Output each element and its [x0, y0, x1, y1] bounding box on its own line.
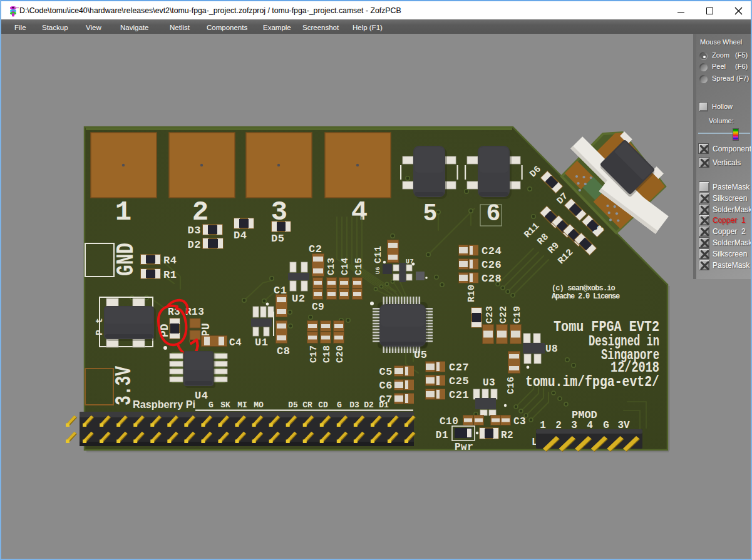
svg-text:P t: P t — [95, 317, 105, 335]
svg-text:C15: C15 — [354, 257, 364, 275]
svg-text:GND: GND — [113, 243, 140, 276]
svg-text:C13: C13 — [326, 257, 337, 275]
svg-text:U2: U2 — [292, 293, 305, 305]
svg-text:CR: CR — [302, 400, 312, 410]
svg-text:C17: C17 — [309, 345, 319, 363]
svg-text:C28: C28 — [482, 273, 502, 285]
svg-text:tomu.im/fpga-evt2/: tomu.im/fpga-evt2/ — [525, 374, 659, 390]
svg-text:R4: R4 — [163, 255, 177, 267]
svg-text:U3: U3 — [483, 377, 495, 389]
svg-text:C4: C4 — [229, 337, 242, 349]
svg-text:5: 5 — [423, 200, 438, 227]
svg-text:MI: MI — [237, 400, 247, 410]
svg-text:4: 4 — [351, 196, 368, 228]
svg-text:C6: C6 — [379, 380, 393, 392]
svg-text:D5: D5 — [271, 233, 284, 245]
svg-text:(c) sean@xobs.io: (c) sean@xobs.io — [552, 284, 616, 293]
svg-text:C8: C8 — [277, 345, 290, 357]
svg-text:U6: U6 — [375, 267, 381, 274]
svg-text:R10: R10 — [466, 284, 477, 302]
svg-text:R2: R2 — [501, 430, 513, 441]
svg-text:U4: U4 — [195, 390, 208, 402]
svg-text:MO: MO — [254, 400, 264, 410]
svg-text:SK: SK — [220, 400, 230, 410]
svg-text:C3: C3 — [513, 416, 526, 427]
svg-text:D3: D3 — [349, 400, 359, 410]
svg-text:D2: D2 — [188, 239, 201, 251]
svg-text:C25: C25 — [449, 375, 469, 387]
svg-text:D1: D1 — [436, 430, 448, 441]
svg-text:D3: D3 — [188, 225, 201, 237]
svg-text:1: 1 — [115, 196, 131, 228]
svg-text:G: G — [337, 400, 342, 410]
svg-text:C19: C19 — [512, 305, 523, 323]
svg-text:G: G — [209, 400, 214, 410]
svg-text:C18: C18 — [322, 345, 332, 363]
svg-text:D4: D4 — [234, 230, 247, 242]
svg-text:C21: C21 — [449, 389, 469, 401]
svg-text:C27: C27 — [449, 362, 469, 374]
svg-text:C14: C14 — [340, 257, 351, 275]
svg-text:C5: C5 — [379, 366, 393, 378]
svg-text:Raspberry Pi: Raspberry Pi — [133, 399, 195, 410]
svg-text:C24: C24 — [482, 245, 502, 257]
svg-text:U1: U1 — [255, 337, 268, 349]
svg-text:D5: D5 — [288, 400, 298, 410]
svg-text:C26: C26 — [482, 259, 502, 271]
svg-text:C20: C20 — [335, 345, 346, 363]
svg-text:2: 2 — [192, 196, 209, 228]
svg-text:D1: D1 — [379, 400, 389, 410]
svg-text:Apache 2.0 License: Apache 2.0 License — [552, 292, 620, 301]
svg-text:Pwr: Pwr — [455, 442, 473, 453]
svg-text:D2: D2 — [364, 400, 374, 410]
svg-text:C22: C22 — [498, 305, 509, 323]
svg-text:C9: C9 — [312, 302, 324, 313]
svg-text:C11: C11 — [373, 245, 384, 263]
svg-text:C16: C16 — [506, 376, 517, 394]
svg-text:U8: U8 — [545, 344, 558, 355]
svg-text:C23: C23 — [485, 305, 495, 323]
svg-text:U5: U5 — [414, 349, 427, 361]
svg-text:R1: R1 — [163, 269, 177, 281]
svg-text:PU: PU — [200, 323, 212, 337]
svg-text:CD: CD — [318, 400, 328, 410]
